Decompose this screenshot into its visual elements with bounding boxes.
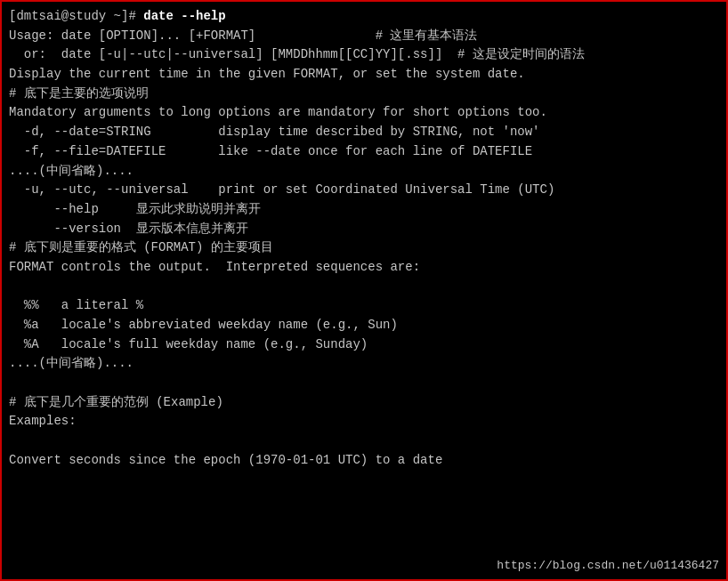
url-watermark: https://blog.csdn.net/u011436427 [497,559,719,572]
line-percent-percent: %% a literal % [9,296,719,316]
line-blank2 [9,374,719,393]
line-usage: Usage: date [OPTION]... [+FORMAT] # 这里有基… [9,27,719,46]
line-mandatory: Mandatory arguments to long options are … [9,103,719,123]
line-opt-help: --help 显示此求助说明并离开 [9,200,719,220]
terminal-window: [dmtsai@study ~]# date --help Usage: dat… [0,0,728,581]
line-percent-A: %A locale's full weekday name (e.g., Sun… [9,335,719,355]
comment-settime: # 这是设定时间的语法 [457,47,585,61]
line-opt-version: --version 显示版本信息并离开 [9,220,719,239]
line-opt-f: -f, --file=DATEFILE like --date once for… [9,142,719,162]
line-blank3 [9,432,719,451]
line-comment2: # 底下则是重要的格式 (FORMAT) 的主要项目 [9,238,719,258]
line-display: Display the current time in the given FO… [9,65,719,85]
line-convert: Convert seconds since the epoch (1970-01… [9,451,719,471]
comment-basic: # 这里有基本语法 [376,28,478,43]
line-prompt-cmd: [dmtsai@study ~]# date --help [9,7,719,27]
line-percent-a: %a locale's abbreviated weekday name (e.… [9,316,719,335]
line-ellipsis1: ....(中间省略).... [9,162,719,182]
line-comment1: # 底下是主要的选项说明 [9,85,719,104]
line-format-controls: FORMAT controls the output. Interpreted … [9,258,719,278]
usage-text: Usage: date [OPTION]... [+FORMAT] [9,28,376,43]
line-ellipsis2: ....(中间省略).... [9,354,719,374]
prompt-text: [dmtsai@study ~]# [9,9,143,23]
line-blank1 [9,278,719,297]
line-or: or: date [-u|--utc|--universal] [MMDDhhm… [9,45,719,65]
or-text: or: date [-u|--utc|--universal] [MMDDhhm… [9,47,457,61]
line-opt-d: -d, --date=STRING display time described… [9,123,719,142]
command-text: date --help [143,9,225,23]
line-opt-u: -u, --utc, --universal print or set Coor… [9,181,719,200]
line-examples: Examples: [9,412,719,432]
line-comment3: # 底下是几个重要的范例 (Example) [9,393,719,413]
